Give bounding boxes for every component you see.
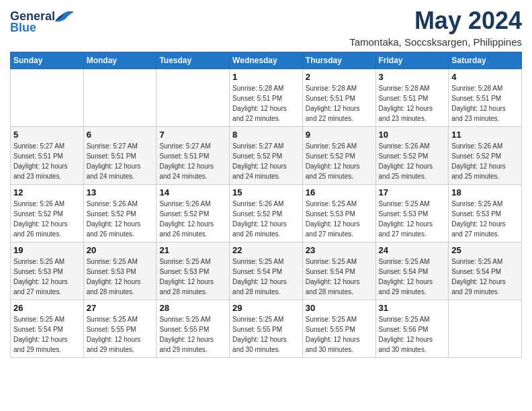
day-info: Sunrise: 5:27 AMSunset: 5:51 PMDaylight:… xyxy=(13,141,81,181)
calendar-subtitle: Tamontaka, Soccsksargen, Philippines xyxy=(349,36,522,48)
day-number: 27 xyxy=(87,303,154,313)
calendar-table: SundayMondayTuesdayWednesdayThursdayFrid… xyxy=(10,52,522,358)
day-info: Sunrise: 5:26 AMSunset: 5:52 PMDaylight:… xyxy=(379,141,446,181)
calendar-cell: 7Sunrise: 5:27 AMSunset: 5:51 PMDaylight… xyxy=(157,127,230,185)
weekday-header-thursday: Thursday xyxy=(302,52,375,69)
calendar-cell xyxy=(83,69,157,127)
day-number: 15 xyxy=(232,187,300,197)
day-info: Sunrise: 5:25 AMSunset: 5:53 PMDaylight:… xyxy=(159,257,226,297)
day-number: 4 xyxy=(451,72,519,82)
day-info: Sunrise: 5:27 AMSunset: 5:52 PMDaylight:… xyxy=(232,141,300,181)
calendar-cell: 3Sunrise: 5:28 AMSunset: 5:51 PMDaylight… xyxy=(375,69,449,127)
week-row-5: 26Sunrise: 5:25 AMSunset: 5:54 PMDayligh… xyxy=(11,300,522,358)
calendar-cell: 19Sunrise: 5:25 AMSunset: 5:53 PMDayligh… xyxy=(11,242,84,300)
day-info: Sunrise: 5:25 AMSunset: 5:55 PMDaylight:… xyxy=(232,314,300,355)
day-number: 2 xyxy=(306,72,373,82)
calendar-cell: 28Sunrise: 5:25 AMSunset: 5:55 PMDayligh… xyxy=(157,300,230,358)
calendar-cell: 16Sunrise: 5:25 AMSunset: 5:53 PMDayligh… xyxy=(302,185,375,242)
day-info: Sunrise: 5:28 AMSunset: 5:51 PMDaylight:… xyxy=(451,83,519,124)
day-number: 8 xyxy=(232,130,300,140)
day-info: Sunrise: 5:26 AMSunset: 5:52 PMDaylight:… xyxy=(87,199,154,239)
day-info: Sunrise: 5:27 AMSunset: 5:51 PMDaylight:… xyxy=(159,141,226,181)
calendar-cell: 26Sunrise: 5:25 AMSunset: 5:54 PMDayligh… xyxy=(11,300,84,358)
week-row-2: 5Sunrise: 5:27 AMSunset: 5:51 PMDaylight… xyxy=(11,127,522,185)
day-info: Sunrise: 5:25 AMSunset: 5:55 PMDaylight:… xyxy=(159,314,226,355)
day-number: 19 xyxy=(13,245,81,255)
week-row-3: 12Sunrise: 5:26 AMSunset: 5:52 PMDayligh… xyxy=(11,185,522,242)
day-number: 16 xyxy=(306,187,373,197)
day-info: Sunrise: 5:25 AMSunset: 5:53 PMDaylight:… xyxy=(379,199,446,239)
day-info: Sunrise: 5:26 AMSunset: 5:52 PMDaylight:… xyxy=(232,199,300,239)
calendar-cell: 13Sunrise: 5:26 AMSunset: 5:52 PMDayligh… xyxy=(83,185,157,242)
day-info: Sunrise: 5:25 AMSunset: 5:53 PMDaylight:… xyxy=(87,257,154,297)
calendar-cell: 30Sunrise: 5:25 AMSunset: 5:55 PMDayligh… xyxy=(302,300,375,358)
weekday-header-row: SundayMondayTuesdayWednesdayThursdayFrid… xyxy=(11,52,522,69)
calendar-cell: 11Sunrise: 5:26 AMSunset: 5:52 PMDayligh… xyxy=(449,127,522,185)
day-number: 30 xyxy=(306,303,373,313)
week-row-4: 19Sunrise: 5:25 AMSunset: 5:53 PMDayligh… xyxy=(11,242,522,300)
day-number: 11 xyxy=(451,130,519,140)
weekday-header-friday: Friday xyxy=(375,52,449,69)
day-info: Sunrise: 5:25 AMSunset: 5:53 PMDaylight:… xyxy=(13,257,81,297)
day-info: Sunrise: 5:26 AMSunset: 5:52 PMDaylight:… xyxy=(306,141,373,181)
calendar-cell: 4Sunrise: 5:28 AMSunset: 5:51 PMDaylight… xyxy=(449,69,522,127)
day-info: Sunrise: 5:25 AMSunset: 5:54 PMDaylight:… xyxy=(306,257,373,297)
day-number: 9 xyxy=(306,130,373,140)
day-number: 13 xyxy=(87,187,154,197)
day-info: Sunrise: 5:26 AMSunset: 5:52 PMDaylight:… xyxy=(451,141,519,181)
day-info: Sunrise: 5:25 AMSunset: 5:55 PMDaylight:… xyxy=(306,314,373,355)
calendar-cell: 22Sunrise: 5:25 AMSunset: 5:54 PMDayligh… xyxy=(230,242,303,300)
day-number: 14 xyxy=(159,187,226,197)
day-number: 21 xyxy=(159,245,226,255)
calendar-cell: 10Sunrise: 5:26 AMSunset: 5:52 PMDayligh… xyxy=(375,127,449,185)
day-info: Sunrise: 5:25 AMSunset: 5:54 PMDaylight:… xyxy=(232,257,300,297)
day-info: Sunrise: 5:25 AMSunset: 5:53 PMDaylight:… xyxy=(306,199,373,239)
calendar-cell: 9Sunrise: 5:26 AMSunset: 5:52 PMDaylight… xyxy=(302,127,375,185)
day-number: 26 xyxy=(13,303,81,313)
calendar-cell: 2Sunrise: 5:28 AMSunset: 5:51 PMDaylight… xyxy=(302,69,375,127)
header: General Blue May 2024 Tamontaka, Soccsks… xyxy=(10,7,522,48)
day-info: Sunrise: 5:25 AMSunset: 5:54 PMDaylight:… xyxy=(379,257,446,297)
day-number: 23 xyxy=(306,245,373,255)
calendar-cell: 29Sunrise: 5:25 AMSunset: 5:55 PMDayligh… xyxy=(230,300,303,358)
calendar-cell: 17Sunrise: 5:25 AMSunset: 5:53 PMDayligh… xyxy=(375,185,449,242)
calendar-cell: 5Sunrise: 5:27 AMSunset: 5:51 PMDaylight… xyxy=(11,127,84,185)
day-number: 6 xyxy=(87,130,154,140)
day-number: 24 xyxy=(379,245,446,255)
day-info: Sunrise: 5:25 AMSunset: 5:53 PMDaylight:… xyxy=(451,199,519,239)
calendar-cell: 31Sunrise: 5:25 AMSunset: 5:56 PMDayligh… xyxy=(375,300,449,358)
calendar-cell xyxy=(11,69,84,127)
calendar-cell xyxy=(449,300,522,358)
title-area: May 2024 Tamontaka, Soccsksargen, Philip… xyxy=(349,7,522,48)
calendar-cell: 1Sunrise: 5:28 AMSunset: 5:51 PMDaylight… xyxy=(230,69,303,127)
day-info: Sunrise: 5:27 AMSunset: 5:51 PMDaylight:… xyxy=(87,141,154,181)
logo-blue-text: Blue xyxy=(10,21,36,35)
weekday-header-saturday: Saturday xyxy=(449,52,522,69)
day-number: 29 xyxy=(232,303,300,313)
calendar-cell: 24Sunrise: 5:25 AMSunset: 5:54 PMDayligh… xyxy=(375,242,449,300)
calendar-cell: 6Sunrise: 5:27 AMSunset: 5:51 PMDaylight… xyxy=(83,127,157,185)
week-row-1: 1Sunrise: 5:28 AMSunset: 5:51 PMDaylight… xyxy=(11,69,522,127)
day-number: 31 xyxy=(379,303,446,313)
weekday-header-tuesday: Tuesday xyxy=(157,52,230,69)
day-info: Sunrise: 5:25 AMSunset: 5:56 PMDaylight:… xyxy=(379,314,446,355)
day-number: 1 xyxy=(232,72,300,82)
calendar-cell: 14Sunrise: 5:26 AMSunset: 5:52 PMDayligh… xyxy=(157,185,230,242)
weekday-header-sunday: Sunday xyxy=(11,52,84,69)
day-info: Sunrise: 5:26 AMSunset: 5:52 PMDaylight:… xyxy=(159,199,226,239)
logo: General Blue xyxy=(10,9,74,35)
day-number: 28 xyxy=(159,303,226,313)
day-info: Sunrise: 5:25 AMSunset: 5:54 PMDaylight:… xyxy=(13,314,81,355)
day-info: Sunrise: 5:28 AMSunset: 5:51 PMDaylight:… xyxy=(232,83,300,124)
day-number: 7 xyxy=(159,130,226,140)
day-info: Sunrise: 5:25 AMSunset: 5:54 PMDaylight:… xyxy=(451,257,519,297)
logo-bird-icon xyxy=(55,10,74,24)
day-info: Sunrise: 5:28 AMSunset: 5:51 PMDaylight:… xyxy=(379,83,446,124)
day-info: Sunrise: 5:28 AMSunset: 5:51 PMDaylight:… xyxy=(306,83,373,124)
calendar-cell: 23Sunrise: 5:25 AMSunset: 5:54 PMDayligh… xyxy=(302,242,375,300)
weekday-header-wednesday: Wednesday xyxy=(230,52,303,69)
calendar-cell: 20Sunrise: 5:25 AMSunset: 5:53 PMDayligh… xyxy=(83,242,157,300)
calendar-title: May 2024 xyxy=(349,7,522,35)
day-number: 25 xyxy=(451,245,519,255)
day-number: 22 xyxy=(232,245,300,255)
